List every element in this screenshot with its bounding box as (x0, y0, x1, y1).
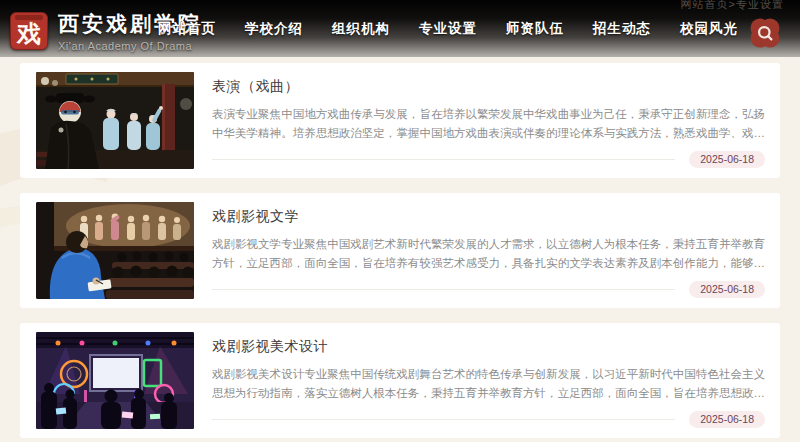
article-thumbnail-literature[interactable] (36, 202, 194, 299)
nav-item-campus[interactable]: 校园风光 (680, 20, 738, 38)
article-description: 戏剧影视美术设计专业聚焦中国传统戏剧舞台艺术的特色传承与创新发展，以习近平新时代… (212, 365, 765, 403)
nav-item-home[interactable]: 网站首页 (158, 20, 216, 38)
nav-item-majors[interactable]: 专业设置 (419, 20, 477, 38)
date-badge: 2025-06-18 (689, 281, 765, 298)
article-description: 戏剧影视文学专业聚焦中国戏剧艺术新时代繁荣发展的人才需求，以立德树人为根本任务，… (212, 235, 765, 273)
article-list: 表演（戏曲） 表演专业聚焦中国地方戏曲传承与发展，旨在培养以繁荣发展中华戏曲事业… (20, 63, 780, 438)
article-thumbnail-stage-design[interactable] (36, 332, 194, 429)
logo-glyph: 戏 (11, 20, 47, 48)
article-content: 表演（戏曲） 表演专业聚焦中国地方戏曲传承与发展，旨在培养以繁荣发展中华戏曲事业… (212, 72, 765, 168)
article-title[interactable]: 戏剧影视文学 (212, 208, 765, 226)
article-card-literature[interactable]: 戏剧影视文学 戏剧影视文学专业聚焦中国戏剧艺术新时代繁荣发展的人才需求，以立德树… (20, 193, 780, 308)
article-thumbnail-opera[interactable] (36, 72, 194, 169)
nav-item-organization[interactable]: 组织机构 (332, 20, 390, 38)
article-title[interactable]: 戏剧影视美术设计 (212, 338, 765, 356)
nav-item-admissions[interactable]: 招生动态 (593, 20, 651, 38)
date-badge: 2025-06-18 (689, 151, 765, 168)
article-title[interactable]: 表演（戏曲） (212, 78, 765, 96)
article-meta: 2025-06-18 (212, 281, 765, 298)
article-content: 戏剧影视美术设计 戏剧影视美术设计专业聚焦中国传统戏剧舞台艺术的特色传承与创新发… (212, 332, 765, 428)
article-meta: 2025-06-18 (212, 411, 765, 428)
date-badge: 2025-06-18 (689, 411, 765, 428)
meta-divider (212, 159, 675, 160)
article-content: 戏剧影视文学 戏剧影视文学专业聚焦中国戏剧艺术新时代繁荣发展的人才需求，以立德树… (212, 202, 765, 298)
article-card-opera[interactable]: 表演（戏曲） 表演专业聚焦中国地方戏曲传承与发展，旨在培养以繁荣发展中华戏曲事业… (20, 63, 780, 178)
article-meta: 2025-06-18 (212, 151, 765, 168)
search-button[interactable] (747, 15, 783, 51)
site-header: 网站首页>专业设置 戏 西安戏剧学院 Xi'an Academy Of Dram… (0, 0, 800, 57)
meta-divider (212, 289, 675, 290)
logo-seal-icon: 戏 (10, 12, 48, 50)
main-nav: 网站首页 学校介绍 组织机构 专业设置 师资队伍 招生动态 校园风光 (158, 0, 738, 57)
nav-item-about[interactable]: 学校介绍 (245, 20, 303, 38)
article-card-stage-design[interactable]: 戏剧影视美术设计 戏剧影视美术设计专业聚焦中国传统戏剧舞台艺术的特色传承与创新发… (20, 323, 780, 438)
meta-divider (212, 419, 675, 420)
nav-item-faculty[interactable]: 师资队伍 (506, 20, 564, 38)
search-icon (747, 15, 783, 51)
article-description: 表演专业聚焦中国地方戏曲传承与发展，旨在培养以繁荣发展中华戏曲事业为己任，秉承守… (212, 105, 765, 143)
